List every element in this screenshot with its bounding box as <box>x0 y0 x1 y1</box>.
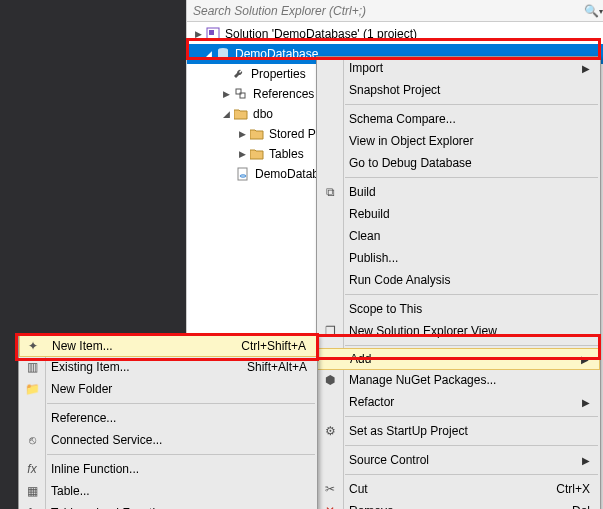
tree-label: dbo <box>253 107 273 121</box>
menu-existing-item[interactable]: ▥Existing Item...Shift+Alt+A <box>19 356 317 378</box>
tree-label: Stored P <box>269 127 316 141</box>
separator <box>345 294 598 295</box>
separator <box>345 345 598 346</box>
folder-icon <box>249 146 265 162</box>
separator <box>345 474 598 475</box>
separator <box>47 454 315 455</box>
add-submenu: ✦New Item...Ctrl+Shift+A ▥Existing Item.… <box>18 335 318 509</box>
folder-icon <box>249 126 265 142</box>
menu-source-control[interactable]: Source Control▶ <box>317 449 600 471</box>
connected-service-icon: ⎋ <box>19 433 45 447</box>
separator <box>345 445 598 446</box>
svg-point-8 <box>240 175 246 177</box>
nuget-icon: ⬢ <box>317 373 343 387</box>
svg-rect-7 <box>238 168 247 180</box>
menu-schema-compare[interactable]: Schema Compare... <box>317 108 600 130</box>
tree-label: Solution 'DemoDatabase' (1 project) <box>225 27 417 41</box>
menu-new-view[interactable]: ❐New Solution Explorer View <box>317 320 600 342</box>
tree-label: Tables <box>269 147 304 161</box>
menu-view-object-explorer[interactable]: View in Object Explorer <box>317 130 600 152</box>
menu-refactor[interactable]: Refactor▶ <box>317 391 600 413</box>
tree-solution-root[interactable]: ▶ Solution 'DemoDatabase' (1 project) <box>187 24 603 44</box>
separator <box>345 104 598 105</box>
new-item-icon: ✦ <box>20 339 46 353</box>
menu-tvf[interactable]: fxTable-valued Function <box>19 502 317 509</box>
svg-point-4 <box>218 55 228 59</box>
scissors-icon: ✂ <box>317 482 343 496</box>
chevron-right-icon: ▶ <box>582 397 590 408</box>
search-icon[interactable]: 🔍▾ <box>583 4 603 18</box>
build-icon: ⧉ <box>317 185 343 199</box>
chevron-right-icon: ▶ <box>582 455 590 466</box>
project-context-menu: Import▶ Snapshot Project Schema Compare.… <box>316 56 601 509</box>
tree-label: References <box>253 87 314 101</box>
references-icon <box>233 86 249 102</box>
separator <box>345 177 598 178</box>
tree-label: DemoDatab <box>255 167 319 181</box>
menu-inline-function[interactable]: fxInline Function... <box>19 458 317 480</box>
table-icon: ▦ <box>19 484 45 498</box>
tree-label: Properties <box>251 67 306 81</box>
menu-build[interactable]: ⧉Build <box>317 181 600 203</box>
search-row: 🔍▾ <box>187 0 603 22</box>
menu-nuget[interactable]: ⬢Manage NuGet Packages... <box>317 369 600 391</box>
wrench-icon <box>231 66 247 82</box>
menu-new-item[interactable]: ✦New Item...Ctrl+Shift+A <box>19 335 317 357</box>
menu-table[interactable]: ▦Table... <box>19 480 317 502</box>
menu-import[interactable]: Import▶ <box>317 57 600 79</box>
new-folder-icon: 📁 <box>19 382 45 396</box>
menu-connected-service[interactable]: ⎋Connected Service... <box>19 429 317 451</box>
database-project-icon <box>215 46 231 62</box>
gear-icon: ⚙ <box>317 424 343 438</box>
tree-label: DemoDatabase <box>235 47 318 61</box>
separator <box>47 403 315 404</box>
menu-add[interactable]: Add▶ <box>317 348 600 370</box>
menu-go-debug-db[interactable]: Go to Debug Database <box>317 152 600 174</box>
menu-remove[interactable]: ✕RemoveDel <box>317 500 600 509</box>
menu-new-folder[interactable]: 📁New Folder <box>19 378 317 400</box>
existing-item-icon: ▥ <box>19 360 45 374</box>
delete-icon: ✕ <box>317 504 343 509</box>
menu-rebuild[interactable]: Rebuild <box>317 203 600 225</box>
sql-file-icon <box>235 166 251 182</box>
menu-publish[interactable]: Publish... <box>317 247 600 269</box>
menu-reference[interactable]: Reference... <box>19 407 317 429</box>
chevron-right-icon: ▶ <box>581 354 589 365</box>
chevron-right-icon: ▶ <box>582 63 590 74</box>
solution-icon <box>205 26 221 42</box>
menu-snapshot[interactable]: Snapshot Project <box>317 79 600 101</box>
menu-scope[interactable]: Scope to This <box>317 298 600 320</box>
search-input[interactable] <box>187 4 583 18</box>
menu-clean[interactable]: Clean <box>317 225 600 247</box>
menu-startup[interactable]: ⚙Set as StartUp Project <box>317 420 600 442</box>
separator <box>345 416 598 417</box>
window-icon: ❐ <box>317 324 343 338</box>
function-icon: fx <box>19 462 45 476</box>
folder-icon <box>233 106 249 122</box>
menu-run-code-analysis[interactable]: Run Code Analysis <box>317 269 600 291</box>
svg-rect-1 <box>209 30 214 35</box>
menu-cut[interactable]: ✂CutCtrl+X <box>317 478 600 500</box>
